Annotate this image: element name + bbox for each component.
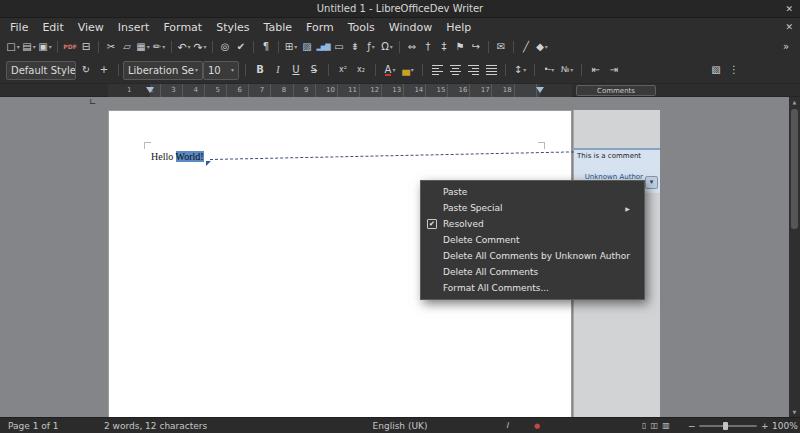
document-text[interactable]: Hello World!: [151, 151, 204, 162]
scrollbar-thumb[interactable]: [791, 109, 798, 229]
spelling-button[interactable]: ✔: [233, 39, 249, 55]
align-center-button[interactable]: [447, 62, 463, 78]
zoom-out-icon[interactable]: −: [688, 418, 696, 433]
paragraph-background-color-button[interactable]: ▧: [708, 62, 724, 78]
context-menu-item-paste-special[interactable]: Paste Special▶: [421, 200, 644, 216]
unordered-list-button[interactable]: •–▾: [541, 62, 557, 78]
italic-button[interactable]: I: [270, 62, 286, 78]
font-name-combo[interactable]: Liberation Se ▾: [123, 61, 203, 80]
insert-chart-button[interactable]: ▂▅▇: [315, 39, 331, 55]
export-pdf-button[interactable]: PDF: [62, 39, 78, 55]
open-file-button[interactable]: ▤▾: [21, 39, 37, 55]
context-menu-item-resolved[interactable]: ✔Resolved: [421, 216, 644, 232]
menu-format[interactable]: Format: [156, 18, 209, 37]
subscript-button[interactable]: x₂: [353, 62, 369, 78]
scroll-down-icon[interactable]: ▼: [789, 409, 800, 415]
decrease-indent-button[interactable]: ⇤: [588, 62, 604, 78]
clone-formatting-button[interactable]: ✏▾: [151, 39, 167, 55]
ordered-list-button[interactable]: №▾: [559, 62, 575, 78]
new-style-from-selection-button[interactable]: +: [96, 62, 112, 78]
font-color-button[interactable]: A▾: [382, 62, 398, 78]
line-spacing-button[interactable]: ↕▾: [512, 62, 528, 78]
context-menu-item-delete-comment[interactable]: Delete Comment: [421, 232, 644, 248]
insert-textbox-button[interactable]: ▭: [331, 39, 347, 55]
single-page-view-icon[interactable]: ▯: [642, 418, 645, 433]
left-indent-marker[interactable]: [146, 87, 154, 93]
zoom-percentage[interactable]: 100%: [772, 418, 798, 433]
highlighting-color-button[interactable]: ▄▾: [400, 62, 416, 78]
insert-field-button[interactable]: ƒ▾: [363, 39, 379, 55]
redo-button[interactable]: ↷▾: [192, 39, 208, 55]
cut-button[interactable]: ✂: [103, 39, 119, 55]
comment-text[interactable]: This is a comment: [574, 150, 660, 162]
document-close-icon[interactable]: ✕: [785, 18, 793, 37]
menu-tools[interactable]: Tools: [341, 18, 382, 37]
insert-endnote-button[interactable]: ‡: [436, 39, 452, 55]
save-button[interactable]: ▣▾: [37, 39, 53, 55]
vertical-scrollbar[interactable]: ▲ ▼: [789, 97, 800, 417]
strikethrough-button[interactable]: S: [306, 62, 322, 78]
menu-window[interactable]: Window: [382, 18, 439, 37]
find-and-replace-button[interactable]: ◎: [217, 39, 233, 55]
insert-page-break-button[interactable]: ⇟: [347, 39, 363, 55]
titlebar[interactable]: Untitled 1 - LibreOfficeDev Writer ✕: [0, 0, 800, 18]
underline-button[interactable]: U: [288, 62, 304, 78]
menu-table[interactable]: Table: [257, 18, 299, 37]
context-menu-item-format-all-comments[interactable]: Format All Comments...: [421, 280, 644, 296]
menu-form[interactable]: Form: [299, 18, 341, 37]
tab-stop-selector-icon[interactable]: ∟: [89, 97, 97, 107]
font-size-combo[interactable]: 10 ▾: [203, 61, 239, 80]
basic-shapes-button[interactable]: ◆▾: [534, 39, 550, 55]
page-number-status[interactable]: Page 1 of 1: [8, 418, 59, 433]
toolbar-overflow-button[interactable]: »: [778, 39, 794, 55]
insert-image-button[interactable]: ▨: [299, 39, 315, 55]
copy-button[interactable]: ▱: [119, 39, 135, 55]
insert-line-button[interactable]: ╱: [518, 39, 534, 55]
toolbar-options-button[interactable]: ⋮: [726, 62, 742, 78]
context-menu-item-delete-all-comments[interactable]: Delete All Comments: [421, 264, 644, 280]
horizontal-ruler[interactable]: 123456789101112131415161718: [108, 84, 572, 97]
comment-menu-button[interactable]: ▾: [645, 176, 658, 189]
zoom-slider-thumb[interactable]: [723, 422, 728, 430]
undo-button[interactable]: ↶▾: [176, 39, 192, 55]
right-indent-marker[interactable]: [536, 87, 544, 93]
book-view-icon[interactable]: ▥: [662, 418, 669, 433]
scroll-up-icon[interactable]: ▲: [789, 99, 800, 105]
window-close-icon[interactable]: ✕: [785, 0, 793, 18]
update-style-button[interactable]: ↻: [78, 62, 94, 78]
multi-page-view-icon[interactable]: ▯▯: [650, 418, 657, 433]
new-document-button[interactable]: □▾: [5, 39, 21, 55]
context-menu-item-delete-all-comments-by-unknown-author[interactable]: Delete All Comments by Unknown Author: [421, 248, 644, 264]
zoom-in-icon[interactable]: +: [761, 418, 769, 433]
menu-edit[interactable]: Edit: [35, 18, 70, 37]
menu-file[interactable]: File: [3, 18, 35, 37]
ruler-comments-button[interactable]: Comments: [576, 85, 656, 96]
paragraph-style-combo[interactable]: Default Style ▾: [6, 61, 76, 80]
superscript-button[interactable]: x²: [335, 62, 351, 78]
insert-comment-button[interactable]: ✉: [493, 39, 509, 55]
paste-button[interactable]: ▦▾: [135, 39, 151, 55]
menu-view[interactable]: View: [71, 18, 111, 37]
context-menu-item-paste[interactable]: Paste: [421, 184, 644, 200]
insert-hyperlink-button[interactable]: ⇔: [404, 39, 420, 55]
align-left-button[interactable]: [429, 62, 445, 78]
justified-button[interactable]: [483, 62, 499, 78]
align-right-button[interactable]: [465, 62, 481, 78]
document-modified-icon[interactable]: ●: [534, 418, 540, 433]
menu-help[interactable]: Help: [439, 18, 478, 37]
word-count-status[interactable]: 2 words, 12 characters: [104, 418, 207, 433]
insert-cross-reference-button[interactable]: ↪: [468, 39, 484, 55]
insert-special-character-button[interactable]: Ω▾: [379, 39, 395, 55]
print-button[interactable]: ⊟: [78, 39, 94, 55]
insert-footnote-button[interactable]: †: [420, 39, 436, 55]
menu-styles[interactable]: Styles: [209, 18, 256, 37]
zoom-slider[interactable]: [699, 425, 757, 427]
bold-button[interactable]: B: [252, 62, 268, 78]
insert-table-button[interactable]: ⊞▾: [283, 39, 299, 55]
language-status[interactable]: English (UK): [373, 418, 428, 433]
increase-indent-button[interactable]: ⇥: [606, 62, 622, 78]
menu-insert[interactable]: Insert: [111, 18, 157, 37]
formatting-marks-button[interactable]: ¶: [258, 39, 274, 55]
selection-mode-icon[interactable]: I: [506, 418, 508, 433]
insert-bookmark-button[interactable]: ⚑: [452, 39, 468, 55]
